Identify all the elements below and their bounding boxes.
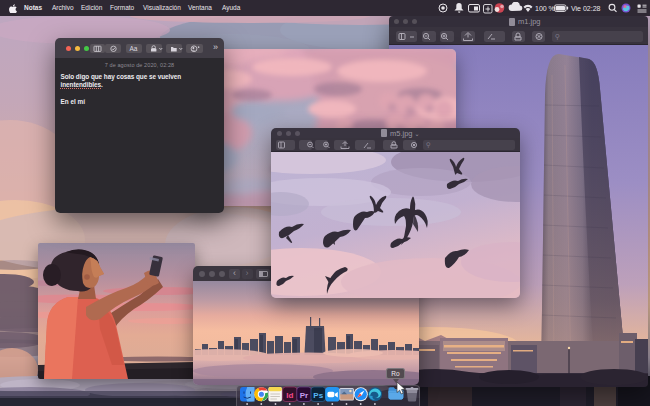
svg-text:100 %: 100 %: [535, 5, 555, 12]
svg-text:Pr: Pr: [300, 391, 308, 400]
svg-text:Id: Id: [286, 391, 293, 400]
svg-text:Vie 02:28: Vie 02:28: [571, 5, 601, 12]
svg-text:Ps: Ps: [313, 391, 323, 400]
